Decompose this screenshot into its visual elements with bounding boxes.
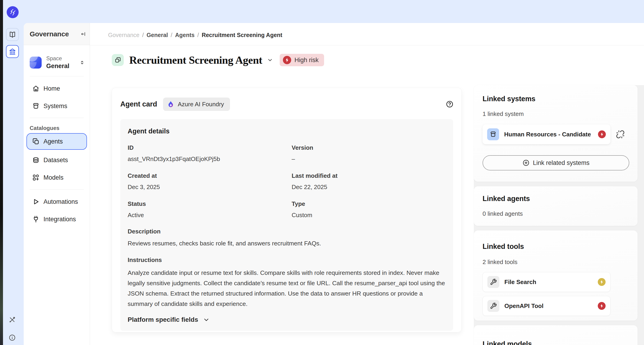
- breadcrumb-agents[interactable]: Agents: [175, 32, 194, 38]
- space-label: Space: [46, 55, 79, 62]
- sidebar-item-label: Systems: [44, 102, 68, 110]
- sidebar-divider: [30, 189, 84, 190]
- main-content: Governance / General / Agents / Recruitm…: [90, 23, 644, 345]
- platform-specific-fields-label: Platform specific fields: [128, 316, 198, 324]
- platform-specific-fields-toggle[interactable]: Platform specific fields: [128, 316, 446, 324]
- double-bolt-icon: [9, 8, 16, 16]
- catalogues-section-label: Catalogues: [24, 125, 90, 131]
- high-risk-bolt-icon: [598, 302, 606, 310]
- app-window: Governance Space General: [0, 0, 644, 345]
- linked-system-row[interactable]: Human Resources - Candidate Scr...: [482, 124, 610, 144]
- space-avatar: [30, 56, 42, 68]
- high-risk-bolt-icon: [598, 130, 606, 138]
- sidebar-item-home[interactable]: Home: [24, 83, 90, 94]
- field-type: Type Custom: [292, 200, 446, 219]
- page-title: Recruitment Screening Agent: [129, 54, 262, 66]
- agent-details-panel: Agent details ID asst_VRnDt3yx1p3FqatOEj…: [120, 119, 453, 331]
- sidebar-item-models[interactable]: Models: [24, 172, 90, 183]
- linked-tool-row[interactable]: OpenAPI Tool: [482, 296, 610, 316]
- linked-agents-count: 0 linked agents: [482, 210, 629, 217]
- risk-badge-label: High risk: [294, 56, 318, 64]
- wrench-icon: [487, 276, 499, 288]
- agent-details-grid: ID asst_VRnDt3yx1p3FqatOEjoKPj5b Version…: [128, 144, 446, 219]
- agent-card: Agent card Azure AI Foundry: [112, 88, 462, 332]
- sidebar-item-integrations[interactable]: Integrations: [24, 214, 90, 224]
- linked-tool-name: OpenAPI Tool: [504, 302, 544, 310]
- help-icon[interactable]: [446, 100, 454, 108]
- breadcrumb: Governance / General / Agents / Recruitm…: [108, 32, 282, 38]
- linked-models-heading: Linked models: [482, 340, 629, 345]
- instructions-text: Analyze candidate input or resume text f…: [128, 268, 446, 309]
- plus-circle-icon: [522, 159, 530, 166]
- field-last-modified-at: Last modified at Dec 22, 2025: [292, 172, 446, 191]
- breadcrumb-separator: /: [142, 32, 144, 38]
- chevron-down-icon: [203, 316, 210, 323]
- breadcrumb-current: Recruitment Screening Agent: [202, 32, 282, 38]
- instructions-block: Instructions Analyze candidate input or …: [128, 256, 446, 309]
- field-status: Status Active: [128, 200, 292, 219]
- medium-risk-bolt-icon: [598, 278, 606, 286]
- instructions-label: Instructions: [128, 256, 446, 264]
- linked-tools-heading: Linked tools: [482, 242, 629, 251]
- linked-system-name: Human Resources - Candidate Scr...: [504, 131, 592, 138]
- sidebar-item-label: Home: [44, 85, 60, 92]
- governance-rail-button[interactable]: [6, 45, 19, 58]
- linked-entities-column: Linked systems 1 linked system Human Res…: [474, 85, 644, 345]
- description-text: Reviews resumes, checks basic role fit, …: [128, 238, 446, 249]
- linked-models-card: Linked models: [474, 325, 638, 345]
- breadcrumb-general[interactable]: General: [146, 32, 168, 38]
- linked-tools-card: Linked tools 2 linked tools File Search: [474, 230, 638, 320]
- integrations-icon: [32, 215, 40, 223]
- platform-badge: Azure AI Foundry: [163, 98, 230, 111]
- link-related-systems-label: Link related systems: [533, 160, 590, 166]
- bank-icon: [8, 48, 16, 56]
- models-icon: [32, 174, 40, 182]
- unlink-icon[interactable]: [616, 130, 625, 139]
- book-icon: [8, 30, 16, 38]
- tools-icon: [8, 316, 16, 324]
- sidebar-item-label: Models: [44, 174, 64, 181]
- agent-card-title: Agent card: [120, 100, 157, 108]
- header-divider: [90, 45, 644, 45]
- sidebar-item-systems[interactable]: Systems: [24, 101, 90, 111]
- systems-icon: [32, 102, 40, 110]
- docs-rail-button[interactable]: [6, 28, 19, 41]
- description-label: Description: [128, 228, 446, 235]
- breadcrumb-separator: /: [197, 32, 199, 38]
- linked-systems-card: Linked systems 1 linked system Human Res…: [474, 85, 638, 182]
- linked-tool-name: File Search: [504, 278, 536, 286]
- automations-icon: [32, 198, 40, 206]
- desktop-edge: [0, 0, 3, 345]
- breadcrumb-separator: /: [171, 32, 172, 38]
- sidebar-item-automations[interactable]: Automations: [24, 196, 90, 207]
- space-selector[interactable]: Space General: [30, 55, 85, 70]
- linked-tools-count: 2 linked tools: [482, 258, 629, 266]
- sidebar-item-label: Datasets: [44, 157, 68, 164]
- sidebar-item-label: Integrations: [44, 216, 76, 223]
- sidebar-item-datasets[interactable]: Datasets: [24, 155, 90, 165]
- title-dropdown-chevron-icon[interactable]: [267, 57, 273, 63]
- linked-systems-heading: Linked systems: [482, 95, 629, 103]
- field-created-at: Created at Dec 3, 2025: [128, 172, 292, 191]
- link-related-systems-button[interactable]: Link related systems: [482, 155, 629, 170]
- info-rail-button[interactable]: [8, 334, 16, 341]
- sidebar-item-agents[interactable]: Agents: [26, 133, 87, 150]
- chevron-up-down-icon: [79, 60, 85, 66]
- sidebar-item-label: Automations: [44, 198, 78, 206]
- azure-ai-foundry-icon: [167, 100, 174, 108]
- linked-tool-row[interactable]: File Search: [482, 272, 610, 292]
- governance-sidebar: Governance Space General: [24, 23, 90, 345]
- breadcrumb-governance[interactable]: Governance: [108, 32, 140, 38]
- app-logo: [7, 6, 19, 18]
- info-icon: [8, 334, 16, 341]
- field-version: Version –: [292, 144, 446, 162]
- sidebar-collapse-button[interactable]: [80, 31, 86, 37]
- tools-rail-button[interactable]: [8, 316, 16, 324]
- agent-type-icon: [112, 54, 124, 66]
- linked-agents-card: Linked agents 0 linked agents: [474, 186, 638, 226]
- sidebar-divider: [30, 118, 84, 118]
- platform-badge-label: Azure AI Foundry: [178, 101, 224, 108]
- linked-systems-count: 1 linked system: [482, 110, 629, 118]
- agents-icon: [32, 138, 40, 145]
- datasets-icon: [32, 156, 40, 164]
